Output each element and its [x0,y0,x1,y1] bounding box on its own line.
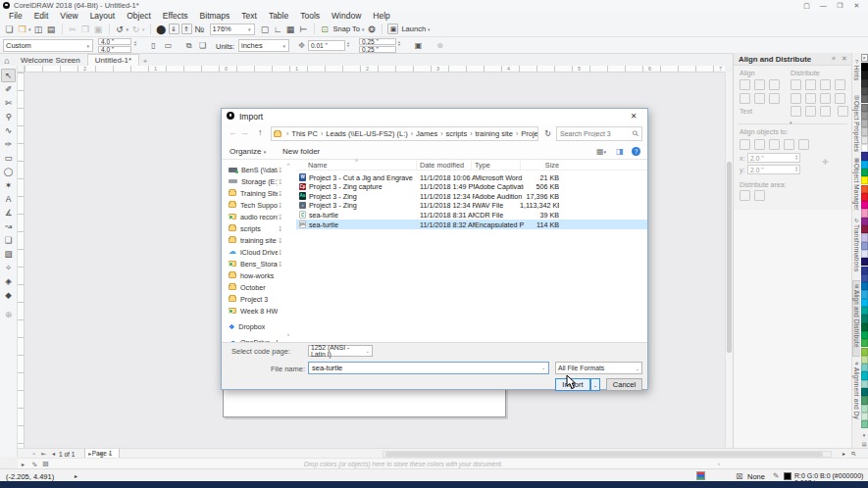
color-swatch[interactable] [861,242,868,250]
crop-tool[interactable]: ✄ [1,96,16,110]
connector-tool[interactable]: ↝ [1,220,16,233]
color-swatch[interactable] [861,299,868,307]
docker-close-icon[interactable]: ✕ [842,55,847,63]
freehand-tool[interactable]: ∿ [1,123,16,137]
docker-icon[interactable] [769,79,780,90]
last-page-icon[interactable]: ⇥ [95,450,104,458]
home-icon[interactable]: ⌂ [0,56,14,66]
breadcrumb-segment[interactable]: Project 3 [521,129,538,138]
fill-none-icon[interactable]: ⊠ [736,471,743,481]
preset-select[interactable]: Custom ▾ [3,39,93,52]
print-icon[interactable]: ▤ [45,23,58,35]
cancel-button[interactable]: Cancel [606,378,642,391]
code-page-select[interactable]: 1252 (ANSI - Latin I) ⌄ [308,345,373,357]
palette-manager-icon[interactable] [696,471,705,480]
file-row[interactable]: CpProject 3 - Zing capture11/1/2018 1:49… [296,182,647,192]
color-swatch[interactable] [861,356,868,364]
menu-object[interactable]: Object [121,11,157,22]
color-swatch[interactable] [861,364,868,371]
color-swatch[interactable] [861,233,868,241]
docker-icon[interactable] [805,93,816,104]
back-icon[interactable]: ← [229,127,237,137]
show-rulers-icon[interactable]: ∟ [272,23,284,35]
color-eyedropper-tool[interactable]: ✧ [1,261,16,274]
docker-icon[interactable] [784,139,794,150]
page-border-icon[interactable]: ⊡ [319,23,332,35]
color-swatch[interactable] [861,250,868,258]
full-screen-preview-icon[interactable]: ▢ [259,23,272,35]
open-icon[interactable]: ❒ [16,23,28,35]
prev-page-icon[interactable]: ◂ [49,450,58,458]
first-page-icon[interactable]: ⇤ [39,450,48,458]
redo-icon[interactable]: ↻ [129,23,142,35]
horizontal-scrollbar-thumb[interactable] [385,452,823,457]
color-swatch[interactable] [861,396,868,404]
pick-tool[interactable]: ↖ [1,69,16,82]
forward-icon[interactable]: → [240,127,249,137]
docker-icon[interactable] [791,93,801,104]
duplicate-x-field[interactable]: 0.25 " [359,38,396,45]
portrait-icon[interactable]: ▯ [147,39,160,52]
drop-shadow-tool[interactable]: ❏ [1,233,16,247]
menu-layout[interactable]: Layout [84,11,122,22]
breadcrumb-segment[interactable]: James [416,129,437,138]
menu-edit[interactable]: Edit [28,11,55,22]
breadcrumb-segment[interactable]: scripts [446,129,468,138]
color-swatch[interactable] [861,176,868,184]
docker-icon[interactable] [835,79,845,90]
search-content-icon[interactable]: ⬤ [155,23,168,35]
copy-icon[interactable]: ❐ [79,23,92,35]
new-folder-button[interactable]: New folder [282,147,320,156]
import-icon[interactable]: ⇓ [169,24,179,34]
docker-icon[interactable] [740,190,750,201]
doc-palette-arrow-icon[interactable]: ▸ [22,461,25,467]
transparency-tool[interactable]: ▨ [1,247,16,261]
next-page-icon[interactable]: ▸ [85,450,94,458]
sidebar-item-project-3[interactable]: Project 3 [222,293,284,305]
menu-table[interactable]: Table [263,11,294,22]
docker-icon[interactable] [740,79,750,90]
page-size-stepper[interactable]: ▴▾ [134,40,136,46]
docker-icon[interactable] [769,93,780,104]
sidebar-item-training-site[interactable]: training site↧ [222,234,284,246]
organize-button[interactable]: Organize ▾ [230,147,266,156]
docker-icon[interactable] [754,190,765,201]
duplicate-y-field[interactable]: 0.25 " [359,46,396,53]
docker-collapse-icon[interactable]: « [832,55,836,62]
color-swatch[interactable] [861,95,868,103]
color-swatch[interactable] [861,405,868,413]
column-header-size[interactable]: Size [524,161,559,170]
color-swatch[interactable] [861,209,868,217]
tab-welcome-screen[interactable]: Welcome Screen [14,54,87,66]
minimize-button[interactable]: — [816,1,831,10]
refresh-icon[interactable]: ↻ [541,126,554,141]
color-swatch[interactable] [861,323,868,331]
zoom-tool[interactable]: ⚲ [1,110,16,123]
docker-icon[interactable] [740,93,750,104]
all-pages-icon[interactable]: ⧉ [182,39,195,52]
color-swatch[interactable] [861,258,868,266]
undo-icon[interactable]: ↺ [114,23,127,35]
export-icon[interactable]: ⇑ [181,24,192,34]
color-swatch[interactable] [861,144,868,152]
color-swatch[interactable] [861,120,868,127]
dimension-tool[interactable]: ∡ [1,206,16,220]
color-swatch[interactable] [861,267,868,274]
docker-icon[interactable] [740,139,750,150]
file-row[interactable]: pssea-turtle11/1/2018 8:32 AMEncapsulate… [296,220,647,229]
docker-icon[interactable] [820,93,831,104]
snap-to-button[interactable]: Snap To [333,24,360,33]
column-header-name[interactable]: Name [308,161,327,170]
page-width-field[interactable]: 4.0 " [98,38,131,45]
customize-tools[interactable]: ⊕ [1,308,16,321]
file-row[interactable]: WProject 3 - Cut a Jig and Engrave a Key… [296,172,647,182]
publish-pdf-icon[interactable]: № [193,23,206,35]
docker-icon[interactable] [791,79,801,90]
view-mode-icon[interactable]: ▦▾ [596,147,606,156]
docker-icon[interactable] [835,93,845,104]
nudge-stepper[interactable]: ▴▾ [347,41,349,47]
page-height-field[interactable]: 4.0 " [98,46,131,53]
ellipse-tool[interactable]: ◯ [1,165,16,178]
color-swatch[interactable] [861,413,868,420]
up-icon[interactable]: ↑ [258,127,263,137]
